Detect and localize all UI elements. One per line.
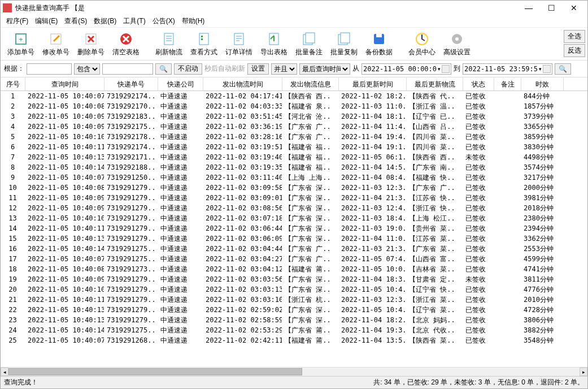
scroll-thumb[interactable] <box>8 368 302 375</box>
table-row[interactable]: 152022-11-05 10:40:137319291279..中通速递202… <box>1 234 587 244</box>
toolbar-export[interactable]: 导出表格 <box>257 30 291 58</box>
table-row[interactable]: 12022-11-05 10:40:077319292174..中通速递2022… <box>1 91 587 101</box>
toolbar-batchcopy[interactable]: 批量复制 <box>327 30 361 58</box>
toolbar-batchnote[interactable]: 批量备注 <box>292 30 326 58</box>
table-row[interactable]: 32022-11-05 10:40:097319292183..中通速递2022… <box>1 111 587 122</box>
calendar-icon[interactable] <box>543 65 551 73</box>
table-row[interactable]: 212022-11-05 10:40:117319291279..中通速递202… <box>1 295 587 305</box>
cell: 7319291279.. <box>104 214 158 223</box>
cell: 已签收 <box>463 132 494 142</box>
from-label: 从 <box>352 64 359 74</box>
table-row[interactable]: 52022-11-05 10:40:107319292178..中通速递2022… <box>1 132 587 142</box>
invert-select-button[interactable]: 反选 <box>564 44 585 57</box>
table-row[interactable]: 82022-11-05 10:40:147319292188..中通速递2022… <box>1 162 587 172</box>
column-header[interactable]: 序号 <box>1 77 25 90</box>
table-row[interactable]: 252022-11-05 10:40:077319291268..中通速递202… <box>1 335 587 345</box>
table-row[interactable]: 122022-11-05 10:40:097319291279..中通速递202… <box>1 203 587 213</box>
value-input[interactable] <box>102 63 153 75</box>
table-row[interactable]: 202022-11-05 10:40:107319291279..中通速递202… <box>1 284 587 295</box>
menu-5[interactable]: 公告(X) <box>149 15 178 27</box>
close-button[interactable]: ✕ <box>563 1 585 15</box>
toolbar-detail[interactable]: 订单详情 <box>222 30 256 58</box>
cell: 2022-11-05 10:40:14 <box>25 244 104 253</box>
cell: 【广东省 深.. <box>282 284 339 295</box>
column-header[interactable]: 发出物流时间 <box>203 77 282 90</box>
maximize-button[interactable]: ☐ <box>540 1 563 15</box>
cell: 8 <box>1 163 25 172</box>
apply-date-button[interactable]: 🔍 <box>555 63 571 75</box>
cell: 已签收 <box>463 305 494 315</box>
cell: 2022-11-05 10:40:13 <box>25 315 104 325</box>
column-header[interactable]: 查询时间 <box>25 77 104 90</box>
table-row[interactable]: 182022-11-05 10:40:087319291273..中通速递202… <box>1 264 587 274</box>
menu-0[interactable]: 程序(F) <box>3 15 32 27</box>
toolbar-advanced[interactable]: 高级设置 <box>440 30 474 58</box>
cell: 16 <box>1 244 25 253</box>
date-to-text[interactable] <box>464 65 538 73</box>
column-header[interactable]: 发出物流信息 <box>282 77 339 90</box>
settings-button[interactable]: 设置 <box>247 63 269 75</box>
table-row[interactable]: 192022-11-05 10:40:097319291279..中通速递202… <box>1 274 587 284</box>
cell: 7319291279.. <box>104 295 158 304</box>
cell <box>494 248 521 249</box>
field-input[interactable] <box>27 63 72 75</box>
toolbar-delete[interactable]: 删除单号 <box>74 30 108 58</box>
cell: 2022-11-03 12:3.. <box>339 183 407 192</box>
table-row[interactable]: 162022-11-05 10:40:147319291275..中通速递202… <box>1 244 587 254</box>
table-row[interactable]: 232022-11-05 10:40:137319291279..中通速递202… <box>1 315 587 325</box>
table-row[interactable]: 102022-11-05 10:40:087319291279..中通速递202… <box>1 183 587 193</box>
column-header[interactable]: 快递单号 <box>104 77 158 90</box>
minimize-button[interactable]: — <box>517 1 540 15</box>
toolbar-refresh[interactable]: 刷新物流 <box>152 30 186 58</box>
table-row[interactable]: 242022-11-05 10:40:147319291275..中通速递202… <box>1 325 587 335</box>
menu-2[interactable]: 查看(S) <box>61 15 90 27</box>
date-from-input[interactable]: ▾ <box>361 63 451 75</box>
backup-icon <box>371 31 387 47</box>
and-select[interactable]: 并且 <box>271 63 297 75</box>
column-header[interactable]: 备注 <box>494 77 521 90</box>
chevron-down-icon[interactable]: ▾ <box>539 66 542 72</box>
table-row[interactable]: 92022-11-05 10:40:077319291250..中通速递2022… <box>1 172 587 183</box>
cell: 3548分钟 <box>521 335 564 346</box>
menu-1[interactable]: 编辑(E) <box>32 15 61 27</box>
grid-body[interactable]: 12022-11-05 10:40:077319292174..中通速递2022… <box>1 91 587 367</box>
search-button[interactable]: 🔍 <box>155 63 172 75</box>
scroll-left-icon[interactable]: ◂ <box>1 368 8 376</box>
toolbar-clear[interactable]: 清空表格 <box>109 30 143 58</box>
table-row[interactable]: 222022-11-05 10:40:137319291279..中通速递202… <box>1 305 587 315</box>
column-header[interactable]: 时效 <box>521 77 564 90</box>
column-header[interactable]: 状态 <box>463 77 494 90</box>
cell: 2022-11-05 10:40:14 <box>25 326 104 335</box>
toolbar-edit[interactable]: 修改单号 <box>39 30 73 58</box>
column-header[interactable]: 快递公司 <box>158 77 203 90</box>
toolbar-label: 批量复制 <box>330 47 358 57</box>
calendar-icon[interactable] <box>442 65 450 73</box>
table-row[interactable]: 172022-11-05 10:40:077319291275..中通速递202… <box>1 254 587 264</box>
menu-6[interactable]: 帮助(H) <box>178 15 208 27</box>
menu-4[interactable]: 工具(T) <box>120 15 149 27</box>
table-row[interactable]: 132022-11-05 10:40:107319291279..中通速递202… <box>1 213 587 223</box>
scroll-right-icon[interactable]: ▸ <box>580 368 587 376</box>
match-select[interactable]: 包含 <box>74 63 100 75</box>
no-start-button[interactable]: 不启动 <box>174 63 202 75</box>
table-row[interactable]: 112022-11-05 10:40:097319291279..中通速递202… <box>1 193 587 203</box>
timefield-select[interactable]: 最后查询时间 <box>299 63 350 75</box>
table-row[interactable]: 142022-11-05 10:40:117319291279..中通速递202… <box>1 223 587 234</box>
menu-3[interactable]: 数据(B) <box>90 15 120 27</box>
toolbar-add[interactable]: +添加单号 <box>4 30 38 58</box>
toolbar-viewmode[interactable]: 查看方式 <box>187 30 221 58</box>
cell: 2022-11-05 10:40:10 <box>25 285 104 294</box>
table-row[interactable]: 22022-11-05 10:40:087319292170..中通速递2022… <box>1 101 587 111</box>
date-to-input[interactable]: ▾ <box>463 63 552 75</box>
select-all-button[interactable]: 全选 <box>564 30 585 43</box>
table-row[interactable]: 72022-11-05 10:40:137319292171..中通速递2022… <box>1 152 587 162</box>
toolbar-member[interactable]: 会员中心 <box>405 30 439 58</box>
column-header[interactable]: 最后更新物流 <box>407 77 463 90</box>
horizontal-scrollbar[interactable]: ◂ ▸ <box>1 367 587 376</box>
date-from-text[interactable] <box>363 65 437 73</box>
toolbar-backup[interactable]: 备份数据 <box>362 30 396 58</box>
table-row[interactable]: 62022-11-05 10:40:117319292174..中通速递2022… <box>1 142 587 152</box>
column-header[interactable]: 最后更新时间 <box>339 77 407 90</box>
chevron-down-icon[interactable]: ▾ <box>438 66 441 72</box>
table-row[interactable]: 42022-11-05 10:40:097319292175..中通速递2022… <box>1 122 587 132</box>
